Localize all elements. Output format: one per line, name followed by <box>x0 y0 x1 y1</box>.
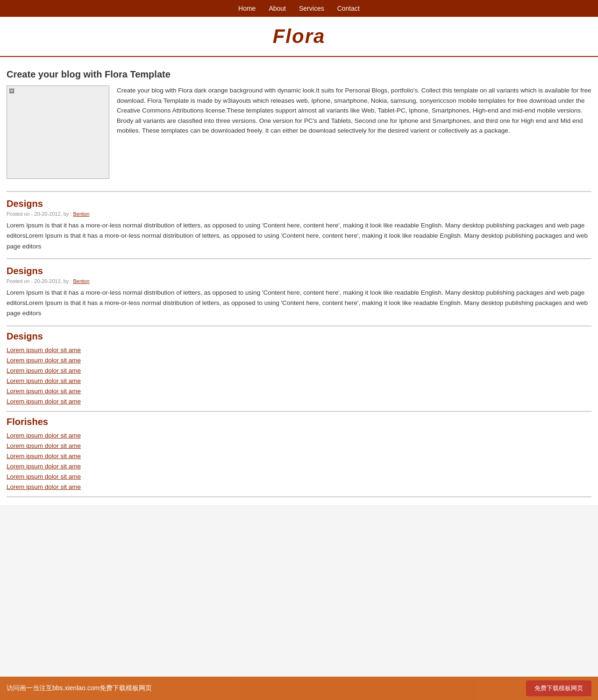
site-title: Flora <box>0 25 598 48</box>
article-meta: Posted on - 20-20-2012, by : Benton <box>7 211 591 217</box>
list-item: Lorem ipsum dolor sit ame <box>7 430 591 440</box>
list-item-link[interactable]: Lorem ipsum dolor sit ame <box>7 377 81 384</box>
hero-image-icon: 🖼 <box>9 88 14 94</box>
list-item-link[interactable]: Lorem ipsum dolor sit ame <box>7 483 81 490</box>
lists-container: DesignsLorem ipsum dolor sit ameLorem ip… <box>7 326 591 497</box>
list-item: Lorem ipsum dolor sit ame <box>7 386 591 396</box>
list-section-2: FlorishesLorem ipsum dolor sit ameLorem … <box>7 412 591 497</box>
article-meta: Posted on - 20-20-2012, by : Benton <box>7 278 591 284</box>
list-item: Lorem ipsum dolor sit ame <box>7 375 591 386</box>
list-item-link[interactable]: Lorem ipsum dolor sit ame <box>7 398 81 405</box>
article-author-link[interactable]: Benton <box>73 211 89 217</box>
list-heading: Florishes <box>7 417 591 427</box>
list-item-link[interactable]: Lorem ipsum dolor sit ame <box>7 442 81 449</box>
nav-bar: HomeAboutServicesContact <box>0 0 598 17</box>
main-content: Create your blog with Flora Template 🖼 C… <box>0 57 598 505</box>
list-item: Lorem ipsum dolor sit ame <box>7 355 591 365</box>
list-heading: Designs <box>7 331 591 342</box>
article-heading: Designs <box>7 198 591 209</box>
article-section-1: DesignsPosted on - 20-20-2012, by : Bent… <box>7 192 591 259</box>
hero-section: Create your blog with Flora Template 🖼 C… <box>7 64 591 192</box>
list-items: Lorem ipsum dolor sit ameLorem ipsum dol… <box>7 345 591 406</box>
list-item-link[interactable]: Lorem ipsum dolor sit ame <box>7 346 81 354</box>
hero-description: Create your blog with Flora dark orange … <box>117 85 591 136</box>
list-item: Lorem ipsum dolor sit ame <box>7 440 591 451</box>
list-item: Lorem ipsum dolor sit ame <box>7 461 591 471</box>
nav-item-contact[interactable]: Contact <box>331 3 366 14</box>
list-item: Lorem ipsum dolor sit ame <box>7 471 591 481</box>
list-item: Lorem ipsum dolor sit ame <box>7 451 591 461</box>
list-section-1: DesignsLorem ipsum dolor sit ameLorem ip… <box>7 326 591 412</box>
nav-item-home[interactable]: Home <box>232 3 262 14</box>
list-item-link[interactable]: Lorem ipsum dolor sit ame <box>7 473 81 480</box>
nav-item-services[interactable]: Services <box>292 3 331 14</box>
article-section-2: DesignsPosted on - 20-20-2012, by : Bent… <box>7 259 591 326</box>
list-item-link[interactable]: Lorem ipsum dolor sit ame <box>7 453 81 460</box>
article-heading: Designs <box>7 266 591 276</box>
article-body: Lorem Ipsum is that it has a more-or-les… <box>7 220 591 252</box>
list-item-link[interactable]: Lorem ipsum dolor sit ame <box>7 357 81 364</box>
list-item-link[interactable]: Lorem ipsum dolor sit ame <box>7 463 81 470</box>
article-body: Lorem Ipsum is that it has a more-or-les… <box>7 288 591 319</box>
articles-container: DesignsPosted on - 20-20-2012, by : Bent… <box>7 192 591 326</box>
list-item-link[interactable]: Lorem ipsum dolor sit ame <box>7 432 81 439</box>
list-item: Lorem ipsum dolor sit ame <box>7 365 591 375</box>
list-item-link[interactable]: Lorem ipsum dolor sit ame <box>7 367 81 374</box>
list-item: Lorem ipsum dolor sit ame <box>7 345 591 355</box>
site-header: Flora <box>0 17 598 57</box>
hero-image: 🖼 <box>7 85 109 179</box>
hero-heading: Create your blog with Flora Template <box>7 69 591 80</box>
article-author-link[interactable]: Benton <box>73 278 89 284</box>
nav-item-about[interactable]: About <box>262 3 292 14</box>
list-item: Lorem ipsum dolor sit ame <box>7 481 591 492</box>
list-item: Lorem ipsum dolor sit ame <box>7 396 591 406</box>
list-item-link[interactable]: Lorem ipsum dolor sit ame <box>7 388 81 395</box>
list-items: Lorem ipsum dolor sit ameLorem ipsum dol… <box>7 430 591 492</box>
